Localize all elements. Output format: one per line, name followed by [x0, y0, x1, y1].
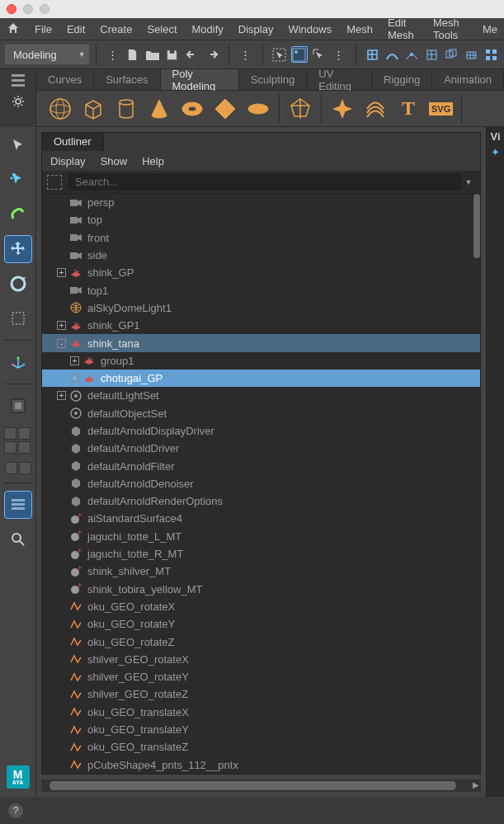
menu-windows[interactable]: Windows [288, 23, 332, 35]
outliner-item[interactable]: Ashink_shilver_MT [42, 563, 480, 580]
platonic-icon[interactable] [288, 97, 313, 121]
shelf-tab-curves[interactable]: Curves [36, 69, 94, 90]
collapse-icon[interactable]: - [57, 339, 66, 348]
rotate-tool-icon[interactable] [5, 271, 31, 297]
poly-cone-icon[interactable] [147, 97, 172, 121]
shelf-tab-sculpting[interactable]: Sculpting [239, 69, 307, 90]
outliner-item[interactable]: +chotugai_GP [42, 370, 480, 387]
menu-select[interactable]: Select [147, 23, 177, 35]
outliner-item[interactable]: oku_GEO_rotateY [42, 615, 480, 633]
snap-projected-center-icon[interactable] [424, 46, 440, 63]
filter-icon[interactable] [47, 175, 62, 190]
scroll-right-icon[interactable]: ▶ [473, 780, 479, 789]
snap-point-icon[interactable] [404, 46, 421, 63]
outliner-item[interactable]: oku_GEO_translateX [42, 704, 480, 721]
viewport-layout-grid[interactable] [4, 427, 32, 454]
outliner-item[interactable]: defaultArnoldRenderOptions [42, 492, 480, 510]
outliner-item[interactable]: aiSkyDomeLight1 [42, 299, 480, 317]
outliner-item[interactable]: side [42, 247, 480, 264]
window-close-icon[interactable] [7, 4, 16, 14]
outliner-item[interactable]: shilver_GEO_rotateZ [42, 685, 480, 703]
outliner-item[interactable]: shilver_GEO_rotateY [42, 668, 480, 685]
outliner-item[interactable]: defaultArnoldDenoiser [42, 475, 480, 492]
menu-set-dropdown[interactable]: Modeling ▼ [5, 45, 89, 64]
divider-handle-icon[interactable]: ⋮ [331, 46, 347, 63]
snap-curve-icon[interactable] [384, 46, 401, 63]
outliner-menu-help[interactable]: Help [142, 155, 164, 167]
expand-icon[interactable]: + [57, 391, 66, 400]
outliner-menu-display[interactable]: Display [50, 155, 86, 167]
poly-sphere-icon[interactable] [48, 97, 73, 121]
axis-widget-icon[interactable] [5, 349, 31, 375]
shelf-tab-uv-editing[interactable]: UV Editing [307, 69, 372, 90]
select-by-component-icon[interactable] [291, 46, 308, 63]
outliner-menu-show[interactable]: Show [101, 155, 128, 167]
outliner-tree[interactable]: persptopfrontside+shink_GPtop1aiSkyDomeL… [42, 194, 480, 774]
paint-select-tool-icon[interactable] [5, 201, 31, 228]
search-icon[interactable] [5, 526, 31, 553]
undo-icon[interactable] [184, 46, 200, 63]
sweep-mesh-icon[interactable] [363, 97, 388, 121]
shelf-tab-animation[interactable]: Animation [432, 69, 504, 90]
outliner-item[interactable]: Ajaguchi_totte_L_MT [42, 528, 480, 545]
save-scene-icon[interactable] [164, 46, 181, 63]
outliner-item[interactable]: -shink_tana [42, 334, 480, 351]
outliner-toggle-icon[interactable] [5, 492, 31, 518]
window-zoom-icon[interactable] [40, 4, 49, 14]
menu-file[interactable]: File [35, 23, 52, 35]
poly-cylinder-icon[interactable] [114, 97, 139, 121]
outliner-item[interactable]: defaultArnoldDriver [42, 440, 480, 457]
help-icon[interactable]: ? [8, 803, 23, 818]
snap-live-object-icon[interactable] [464, 46, 480, 63]
outliner-item[interactable]: pCubeShape4_pnts_112__pntx [42, 756, 480, 774]
menu-edit[interactable]: Edit [67, 23, 85, 35]
move-tool-icon[interactable] [5, 236, 31, 262]
menu-mesh-tools[interactable]: Mesh Tools [433, 16, 468, 41]
divider-handle-icon[interactable]: ⋮ [238, 46, 254, 63]
snap-view-planes-icon[interactable] [444, 46, 460, 63]
home-icon[interactable] [7, 21, 20, 37]
shelf-tab-poly-modeling[interactable]: Poly Modeling [161, 69, 239, 90]
poly-plane-icon[interactable] [213, 97, 238, 121]
outliner-item[interactable]: defaultArnoldDisplayDriver [42, 422, 480, 440]
outliner-item[interactable]: +shink_GP1 [42, 317, 480, 334]
divider-handle-icon[interactable]: ⋮ [105, 46, 121, 63]
outliner-item[interactable]: Ashink_tobira_yellow_MT [42, 581, 480, 598]
poly-cube-icon[interactable] [81, 97, 106, 121]
outliner-item[interactable]: defaultArnoldFilter [42, 457, 480, 474]
outliner-item[interactable]: +shink_GP [42, 264, 480, 281]
outliner-item[interactable]: top [42, 211, 480, 228]
redo-icon[interactable] [204, 46, 220, 63]
menu-display[interactable]: Display [238, 23, 274, 35]
shelf-tab-surfaces[interactable]: Surfaces [94, 69, 160, 90]
menu-truncated[interactable]: Me [483, 23, 497, 35]
outliner-item[interactable]: +defaultLightSet [42, 387, 480, 404]
gear-icon[interactable] [12, 95, 25, 111]
outliner-item[interactable]: Ajaguchi_totte_R_MT [42, 545, 480, 563]
outliner-item[interactable]: oku_GEO_translateY [42, 721, 480, 738]
new-scene-icon[interactable] [125, 46, 141, 63]
horizontal-scrollbar[interactable]: ▶ [41, 779, 481, 792]
search-input[interactable] [68, 173, 462, 191]
menu-modify[interactable]: Modify [192, 23, 224, 35]
snap-grid-icon[interactable] [365, 46, 381, 63]
outliner-item[interactable]: +group1 [42, 352, 480, 370]
menu-mesh[interactable]: Mesh [346, 23, 373, 35]
select-tool-icon[interactable] [5, 132, 31, 158]
sparkle-icon[interactable] [330, 97, 355, 121]
outliner-item[interactable]: AaiStandardSurface4 [42, 510, 480, 527]
scrollbar-thumb[interactable] [49, 781, 456, 790]
outliner-item[interactable]: oku_GEO_translateZ [42, 738, 480, 756]
viewport-figure-icon[interactable]: ✦ [487, 146, 504, 158]
poly-torus-icon[interactable] [180, 97, 205, 121]
outliner-item[interactable]: front [42, 229, 480, 247]
type-tool-icon[interactable]: T [396, 97, 421, 121]
expand-icon[interactable]: + [57, 321, 66, 330]
open-scene-icon[interactable] [144, 46, 161, 63]
expand-icon[interactable]: + [70, 356, 79, 365]
outliner-item[interactable]: defaultObjectSet [42, 405, 480, 422]
outliner-item[interactable]: persp [42, 194, 480, 211]
viewport-layout-row[interactable] [5, 462, 31, 474]
scrollbar-thumb[interactable] [473, 194, 480, 258]
outliner-item[interactable]: top1 [42, 281, 480, 299]
